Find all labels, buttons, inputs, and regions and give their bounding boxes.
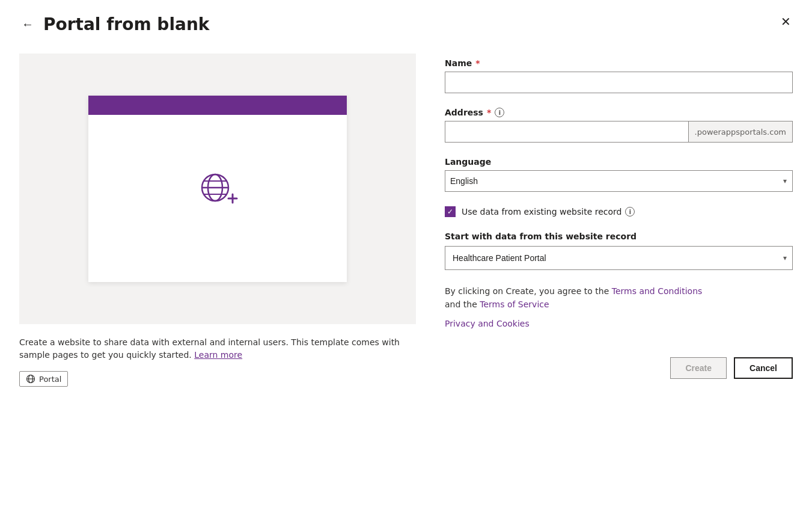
description-text: Create a website to share data with exte… bbox=[19, 336, 416, 361]
tag-badge: Portal bbox=[19, 371, 68, 387]
checkbox-label: Use data from existing website record i bbox=[462, 207, 635, 217]
address-required-star: * bbox=[487, 108, 491, 117]
globe-plus-icon bbox=[194, 165, 242, 213]
name-required-star: * bbox=[475, 58, 480, 68]
name-label-text: Name bbox=[445, 58, 472, 68]
terms-of-service-link[interactable]: Terms of Service bbox=[480, 299, 549, 309]
terms-and-conditions-link[interactable]: Terms and Conditions bbox=[612, 286, 703, 296]
address-info-icon[interactable]: i bbox=[495, 108, 504, 117]
use-existing-checkbox[interactable]: ✓ bbox=[445, 206, 456, 217]
cancel-button[interactable]: Cancel bbox=[734, 357, 793, 379]
back-arrow-icon: ← bbox=[22, 17, 34, 31]
left-panel: Create a website to share data with exte… bbox=[19, 54, 416, 497]
address-suffix: .powerappsportals.com bbox=[688, 121, 793, 143]
address-form-group: Address * i .powerappsportals.com bbox=[445, 108, 793, 143]
tag-label: Portal bbox=[39, 375, 61, 384]
dialog-body: Create a website to share data with exte… bbox=[19, 54, 793, 497]
language-label-text: Language bbox=[445, 157, 491, 167]
address-input[interactable] bbox=[445, 121, 688, 143]
language-select[interactable]: English French German Spanish bbox=[445, 170, 793, 192]
dialog-title: Portal from blank bbox=[43, 14, 209, 34]
name-form-group: Name * bbox=[445, 58, 793, 93]
back-button[interactable]: ← bbox=[19, 15, 36, 34]
name-label: Name * bbox=[445, 58, 793, 68]
website-record-select[interactable]: Healthcare Patient Portal Customer Porta… bbox=[445, 246, 793, 270]
close-icon: ✕ bbox=[781, 14, 791, 29]
checkbox-label-text: Use data from existing website record bbox=[462, 207, 621, 217]
website-record-dropdown-wrapper: Healthcare Patient Portal Customer Porta… bbox=[445, 246, 793, 270]
dialog-footer: Create Cancel bbox=[445, 348, 793, 379]
dialog-container: ← Portal from blank ✕ bbox=[0, 0, 812, 516]
terms-before-text: By clicking on Create, you agree to the bbox=[445, 286, 609, 296]
address-label: Address * i bbox=[445, 108, 793, 117]
name-input[interactable] bbox=[445, 72, 793, 93]
language-select-wrapper: English French German Spanish ▾ bbox=[445, 170, 793, 192]
create-button[interactable]: Create bbox=[670, 357, 727, 379]
website-record-section: Start with data from this website record… bbox=[445, 232, 793, 270]
checkbox-checkmark: ✓ bbox=[447, 207, 453, 216]
terms-middle-label: and the bbox=[445, 299, 477, 309]
dialog-header: ← Portal from blank bbox=[19, 14, 793, 34]
preview-box bbox=[19, 54, 416, 324]
privacy-cookies-link[interactable]: Privacy and Cookies bbox=[445, 319, 793, 328]
language-label: Language bbox=[445, 157, 793, 167]
preview-header-bar bbox=[88, 96, 347, 115]
address-input-group: .powerappsportals.com bbox=[445, 121, 793, 143]
terms-text: By clicking on Create, you agree to the … bbox=[445, 284, 793, 312]
right-panel: Name * Address * i .powerappsportals.com bbox=[445, 54, 793, 497]
checkbox-group: ✓ Use data from existing website record … bbox=[445, 206, 793, 217]
learn-more-link[interactable]: Learn more bbox=[194, 350, 242, 360]
checkbox-info-icon[interactable]: i bbox=[625, 207, 635, 217]
address-label-text: Address bbox=[445, 108, 483, 117]
close-button[interactable]: ✕ bbox=[776, 12, 795, 31]
tag-globe-icon bbox=[26, 374, 35, 384]
preview-inner bbox=[88, 96, 347, 282]
website-record-label: Start with data from this website record bbox=[445, 232, 793, 241]
language-form-group: Language English French German Spanish ▾ bbox=[445, 157, 793, 192]
